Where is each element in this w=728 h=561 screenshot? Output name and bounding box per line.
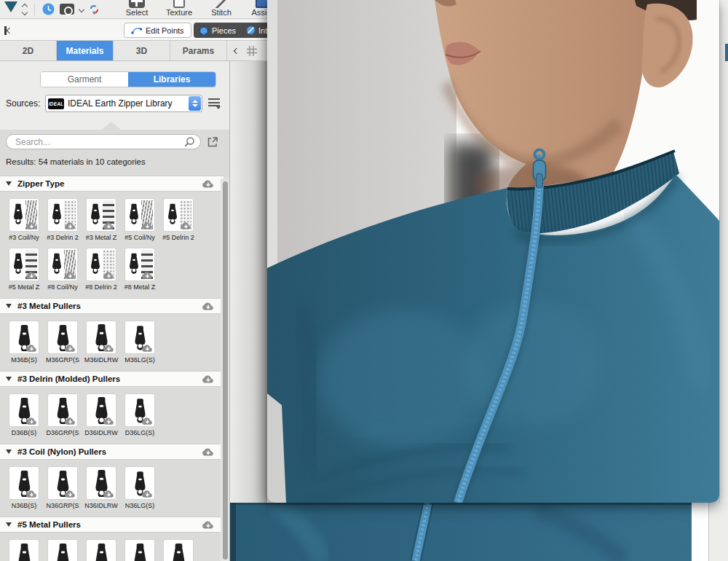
select-move-icon — [129, 0, 145, 8]
material-thumb[interactable]: N36GRP(S — [47, 466, 78, 509]
mesh-pentagon-icon — [199, 26, 209, 36]
collapse-triangle-icon[interactable] — [6, 450, 12, 454]
panel-notch — [102, 122, 121, 130]
material-thumb[interactable]: D36GRP(S — [47, 393, 78, 436]
material-thumb[interactable]: N36IDLRW — [86, 466, 116, 509]
collapse-panel-icon[interactable] — [4, 26, 12, 35]
sources-label: Sources: — [6, 98, 45, 109]
render-viewport[interactable] — [267, 0, 719, 503]
collapse-triangle-icon[interactable] — [6, 522, 12, 527]
edit-points-button[interactable]: Edit Points — [124, 23, 191, 38]
material-thumb[interactable] — [163, 539, 194, 561]
material-thumb[interactable]: M36LG(S) — [124, 321, 155, 364]
section-header-zipper-type[interactable]: Zipper Type — [0, 176, 223, 192]
source-menu-icon[interactable] — [208, 98, 220, 109]
material-thumb[interactable]: #3 Coil/Ny — [9, 198, 39, 241]
camera-snapshot-icon[interactable] — [60, 4, 74, 15]
material-thumb[interactable]: #8 Delrin 2 — [86, 248, 116, 291]
collapse-triangle-icon[interactable] — [6, 181, 12, 186]
material-thumb[interactable]: #5 Coil/Ny — [124, 198, 155, 241]
material-row: N36B(S) N36GRP(S N36IDLRW N36LG(S) — [0, 460, 229, 509]
material-row: D36B(S) D36GRP(S D36IDLRW D36LG(S) — [0, 387, 229, 436]
material-label: D36GRP(S — [44, 429, 82, 436]
material-label: #3 Metal Z — [82, 234, 120, 241]
section-header-3-delrin-pullers[interactable]: #3 Delrin (Molded) Pullers — [0, 371, 223, 387]
material-thumb[interactable] — [124, 539, 155, 561]
material-thumb[interactable]: M36B(S) — [9, 321, 39, 364]
cloud-download-icon — [64, 271, 76, 280]
material-row: M36B(S) M36GRP(S M36IDLRW M36LG(S) — [0, 314, 229, 364]
collapse-triangle-icon[interactable] — [6, 304, 12, 308]
viewport-right-margin — [709, 503, 728, 561]
section-header-3-coil-pullers[interactable]: #3 Coil (Nylon) Pullers — [0, 444, 223, 460]
material-thumb[interactable]: #3 Metal Z — [86, 198, 116, 241]
section-title: Zipper Type — [17, 179, 64, 188]
tab-libraries[interactable]: Libraries — [128, 72, 215, 87]
material-thumb[interactable]: #8 Coil/Ny — [47, 248, 78, 291]
material-thumb[interactable]: D36LG(S) — [124, 393, 155, 436]
material-thumb[interactable]: M36GRP(S — [47, 321, 78, 364]
tool-stitch[interactable]: Stitch — [205, 0, 237, 18]
scroll-tabs-left-icon[interactable] — [234, 47, 240, 53]
tool-texture[interactable]: Texture — [163, 0, 195, 18]
material-thumb[interactable]: M36IDLRW — [86, 321, 116, 364]
material-thumb[interactable]: #8 Metal Z — [124, 248, 155, 291]
tab-3d[interactable]: 3D — [114, 41, 170, 60]
cloud-download-icon[interactable] — [202, 179, 215, 189]
cloud-download-icon[interactable] — [202, 302, 215, 311]
section-header-5-metal-pullers[interactable]: #5 Metal Pullers — [0, 517, 223, 533]
logo-dropdown-icon[interactable] — [23, 4, 27, 15]
material-thumb[interactable]: N36LG(S) — [124, 466, 155, 509]
pieces-label: Pieces — [212, 26, 236, 35]
tool-select[interactable]: Select — [121, 0, 153, 18]
app-logo-icon[interactable] — [4, 1, 17, 12]
collapse-triangle-icon[interactable] — [6, 377, 12, 381]
pieces-toggle[interactable]: Pieces — [194, 23, 241, 38]
camera-dropdown-icon[interactable] — [79, 6, 84, 12]
material-label: #8 Metal Z — [121, 283, 159, 291]
cloud-download-icon — [25, 271, 38, 280]
search-icon[interactable] — [184, 136, 195, 147]
history-clock-icon[interactable] — [42, 3, 55, 15]
cloud-download-icon — [103, 344, 115, 353]
results-count: Results: 54 materials in 10 categories — [6, 157, 229, 166]
material-thumb[interactable]: D36B(S) — [9, 393, 39, 436]
render-window[interactable] — [267, 0, 719, 503]
material-thumb[interactable] — [86, 539, 116, 561]
tool-assign[interactable]: Assign — [248, 0, 267, 18]
tab-materials[interactable]: Materials — [57, 41, 114, 60]
tool-label: Assign — [251, 8, 267, 18]
material-label: N36LG(S) — [121, 502, 159, 509]
material-thumb[interactable]: D36IDLRW — [86, 393, 116, 436]
cloud-download-icon — [103, 221, 115, 230]
section-header-3-metal-pullers[interactable]: #3 Metal Pullers — [0, 298, 223, 314]
tool-label: Texture — [166, 8, 192, 18]
background-3d-viewport[interactable] — [230, 503, 728, 561]
tab-params[interactable]: Params — [170, 41, 227, 60]
avatar-sync-icon[interactable] — [89, 4, 100, 15]
internal-lines-toggle[interactable]: Inte — [241, 23, 267, 38]
search-input[interactable] — [15, 137, 184, 147]
secondary-toolbar: Edit Points Pieces Inte — [0, 20, 267, 41]
background-viewport-strip[interactable] — [230, 61, 267, 503]
cloud-download-icon[interactable] — [202, 374, 215, 384]
source-dropdown[interactable]: IDEAL IDEAL Earth Zipper Library — [45, 95, 202, 112]
material-label: #8 Delrin 2 — [82, 283, 120, 291]
material-thumb[interactable]: #3 Delrin 2 — [47, 198, 78, 241]
stitch-line-icon — [213, 0, 229, 8]
tab-2d[interactable]: 2D — [0, 41, 57, 60]
material-thumb[interactable]: N36B(S) — [9, 466, 39, 509]
zipper-pull-graphic — [12, 203, 24, 224]
material-thumb[interactable] — [9, 539, 39, 561]
material-thumb[interactable] — [47, 539, 78, 561]
material-thumb[interactable]: #5 Delrin 2 — [163, 198, 194, 241]
material-thumb[interactable]: #5 Metal Z — [9, 248, 39, 291]
cloud-download-icon[interactable] — [202, 447, 215, 457]
toolbar-separator — [34, 4, 35, 15]
panel-scrollbar-thumb[interactable] — [223, 181, 228, 560]
search-field[interactable] — [6, 134, 201, 149]
tab-garment[interactable]: Garment — [41, 72, 128, 87]
open-external-icon[interactable] — [207, 136, 218, 148]
cloud-download-icon[interactable] — [202, 520, 215, 530]
grid-icon[interactable] — [246, 45, 258, 57]
